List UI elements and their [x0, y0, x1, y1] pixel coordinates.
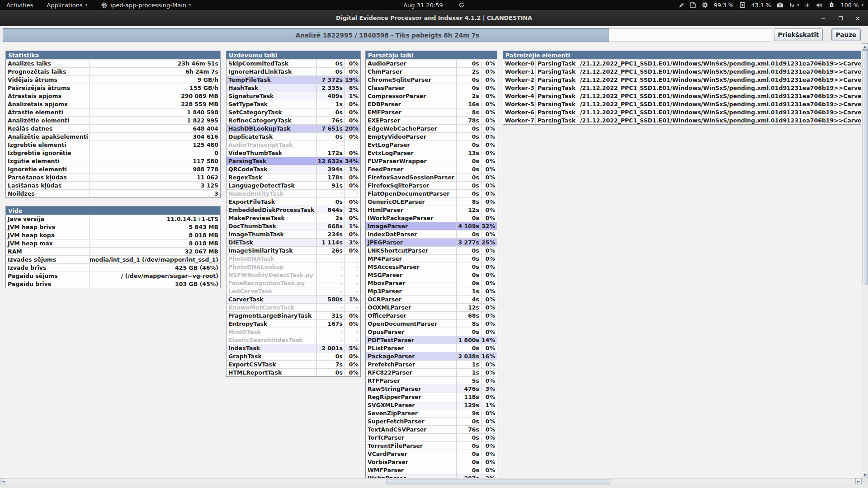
table-row: JPEGParser3 277s25%: [366, 238, 497, 246]
maximize-button[interactable]: [836, 14, 844, 22]
table-row: VCardParser0s0%: [366, 450, 497, 458]
task-percent-cell: 0%: [481, 76, 497, 84]
stat-label: Izbgrebtie ignorētie: [6, 149, 90, 157]
task-time-cell: -: [317, 263, 345, 271]
table-row: MboxParser0s0%: [366, 279, 497, 287]
horizontal-scrollbar-thumb[interactable]: [387, 479, 610, 484]
task-percent-cell: 2%: [481, 474, 497, 478]
task-name-cell: RefineCategoryTask: [226, 117, 317, 124]
task-percent-cell: 0%: [345, 108, 360, 116]
task-percent-cell: -: [345, 190, 360, 197]
task-name-cell: SevenZipParser: [366, 409, 457, 417]
task-time-cell: 0s: [457, 466, 481, 474]
scroll-left-arrow[interactable]: ◄: [0, 478, 6, 484]
table-row: FragmentLargeBinaryTask31s0%: [226, 311, 360, 319]
preview-button[interactable]: Priekšskatīt: [774, 28, 823, 41]
vertical-scrollbar[interactable]: ▲ ▼: [862, 43, 868, 478]
table-row: PackageParser2 038s16%: [366, 352, 497, 360]
task-percent-cell: 0%: [345, 247, 360, 254]
vertical-scrollbar-thumb[interactable]: [863, 50, 868, 285]
stat-label: Noildzes: [6, 190, 90, 197]
stat-label: Atrastie elementi: [6, 108, 90, 116]
keyboard-layout-indicator[interactable]: lv ▾: [789, 2, 799, 9]
task-time-cell: 2s: [457, 92, 481, 100]
cpu-usage-icon[interactable]: [702, 2, 708, 8]
task-percent-cell: 0%: [481, 312, 497, 319]
task-time-cell: 0s: [457, 165, 481, 173]
horizontal-scrollbar[interactable]: ◄ ►: [0, 478, 862, 484]
task-time-cell: -: [317, 271, 345, 279]
main-content: Statistika Analīzes laiks23h 46m 51sProg…: [0, 43, 862, 478]
task-name-cell: MSAccessParser: [366, 263, 457, 271]
table-row: EvtxLogParser13s0%: [366, 149, 497, 157]
task-name-cell: PDFTextParser: [366, 336, 457, 344]
airplane-mode-icon[interactable]: ✈: [805, 2, 810, 9]
task-name-cell: IndexTask: [226, 344, 317, 352]
table-row: JVM heap kopā8 018 MB: [6, 231, 220, 239]
task-name-cell: RegRipperParser: [366, 393, 457, 401]
task-percent-cell: 0%: [481, 133, 497, 141]
current-items-header: Pašreizējie elementi: [503, 51, 861, 59]
stat-value: 0: [90, 149, 220, 157]
table-row: OpenDocumentParser8s0%: [366, 319, 497, 328]
task-time-cell: 12 632s: [317, 157, 345, 165]
scroll-right-arrow[interactable]: ►: [855, 478, 862, 484]
task-name-cell: MboxParser: [366, 279, 457, 287]
table-row: Worker-4ParsingTask/21.12.2022_PPC1_SSD1…: [503, 92, 861, 100]
task-percent-cell: 2%: [345, 206, 360, 214]
pencil-icon[interactable]: [679, 2, 684, 8]
stat-label: Pagaidu brīvs: [6, 280, 90, 288]
close-button[interactable]: ×: [854, 14, 862, 22]
table-row: SevenZipParser9s0%: [366, 409, 497, 417]
task-percent-cell: 0%: [481, 68, 497, 75]
task-time-cell: -: [317, 141, 345, 149]
stat-value: 103 GB (45%): [90, 280, 220, 288]
stat-value: 1 840 598: [90, 108, 220, 116]
battery-icon[interactable]: [828, 2, 835, 8]
task-time-cell: 7 651s: [317, 125, 345, 132]
applications-menu[interactable]: Applications ▾: [47, 2, 87, 9]
task-time-cell: 2 001s: [317, 344, 345, 352]
task-name-cell: ExportCSVTask: [226, 361, 317, 368]
activities-button[interactable]: Activities: [6, 2, 33, 9]
task-name-cell: DIETask: [226, 239, 317, 246]
app-window-menu[interactable]: iped-app-processing-Main ▾: [101, 2, 191, 9]
table-row: ExportCSVTask7s0%: [226, 360, 360, 368]
task-name-cell: ExportFileTask: [226, 198, 317, 206]
worker-task-cell: ParsingTask: [536, 92, 578, 100]
battery-menu[interactable]: 100 % ▾: [841, 2, 863, 9]
memory-usage-icon[interactable]: [740, 2, 745, 8]
worker-item-path-cell: /21.12.2022_PPC1_SSD1.E01/Windows/WinSxS…: [578, 60, 861, 67]
volume-icon[interactable]: [816, 2, 822, 8]
table-row: GenericOLEParser8s0%: [366, 197, 497, 206]
task-name-cell: EmbeddedDiskProcessTask: [226, 206, 317, 214]
stat-value: / (/dev/mapper/sugar--vg-root): [90, 272, 220, 280]
task-percent-cell: 0%: [345, 320, 360, 328]
table-row: ImageThumbTask234s0%: [226, 230, 360, 238]
refresh-icon[interactable]: [458, 2, 465, 8]
task-percent-cell: 1%: [345, 222, 360, 230]
camera-icon[interactable]: [777, 2, 783, 8]
task-time-cell: 0s: [457, 230, 481, 238]
task-time-cell: 234s: [317, 230, 345, 238]
task-time-cell: 2s: [457, 68, 481, 75]
table-row: ChmParser2s0%: [366, 67, 497, 75]
table-row: ClassParser0s0%: [366, 84, 497, 92]
pause-button[interactable]: Pauze: [831, 28, 861, 41]
task-time-cell: 76s: [457, 426, 481, 433]
scroll-up-arrow[interactable]: ▲: [862, 43, 868, 50]
task-name-cell: IndexDatParser: [366, 230, 457, 238]
clock[interactable]: Aug 31 20:59: [403, 2, 443, 9]
task-name-cell: QRCodeTask: [226, 165, 317, 173]
scroll-down-arrow[interactable]: ▼: [862, 472, 868, 478]
task-percent-cell: 0%: [345, 117, 360, 124]
table-row: WebpParser297s2%: [366, 474, 497, 478]
stat-label: RAM: [6, 248, 90, 255]
task-time-cell: 1s: [457, 361, 481, 368]
maximize-icon: [839, 16, 843, 20]
task-percent-cell: 0%: [481, 328, 497, 336]
minimize-button[interactable]: ─: [819, 14, 827, 22]
document-icon[interactable]: [690, 2, 696, 8]
task-time-cell: -: [317, 336, 345, 344]
task-name-cell: OpusParser: [366, 328, 457, 336]
